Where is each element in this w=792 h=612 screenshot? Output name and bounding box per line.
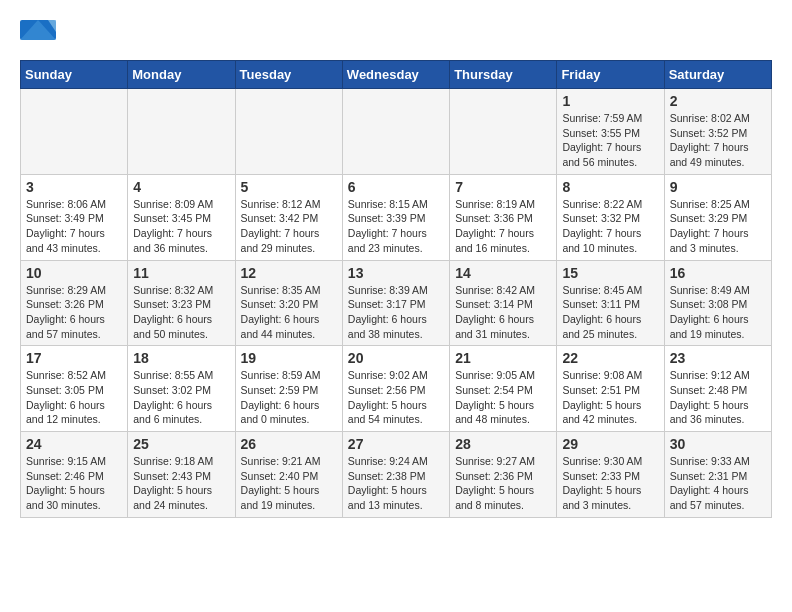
calendar-cell: 8Sunrise: 8:22 AM Sunset: 3:32 PM Daylig… bbox=[557, 174, 664, 260]
day-info: Sunrise: 9:18 AM Sunset: 2:43 PM Dayligh… bbox=[133, 454, 229, 513]
day-number: 1 bbox=[562, 93, 658, 109]
day-info: Sunrise: 9:08 AM Sunset: 2:51 PM Dayligh… bbox=[562, 368, 658, 427]
day-info: Sunrise: 9:21 AM Sunset: 2:40 PM Dayligh… bbox=[241, 454, 337, 513]
day-info: Sunrise: 8:09 AM Sunset: 3:45 PM Dayligh… bbox=[133, 197, 229, 256]
calendar-cell: 25Sunrise: 9:18 AM Sunset: 2:43 PM Dayli… bbox=[128, 432, 235, 518]
header-row: SundayMondayTuesdayWednesdayThursdayFrid… bbox=[21, 61, 772, 89]
day-number: 14 bbox=[455, 265, 551, 281]
day-number: 16 bbox=[670, 265, 766, 281]
day-info: Sunrise: 9:27 AM Sunset: 2:36 PM Dayligh… bbox=[455, 454, 551, 513]
day-info: Sunrise: 8:12 AM Sunset: 3:42 PM Dayligh… bbox=[241, 197, 337, 256]
calendar-cell: 6Sunrise: 8:15 AM Sunset: 3:39 PM Daylig… bbox=[342, 174, 449, 260]
calendar-cell bbox=[450, 89, 557, 175]
day-info: Sunrise: 9:02 AM Sunset: 2:56 PM Dayligh… bbox=[348, 368, 444, 427]
calendar-cell: 22Sunrise: 9:08 AM Sunset: 2:51 PM Dayli… bbox=[557, 346, 664, 432]
calendar-cell: 9Sunrise: 8:25 AM Sunset: 3:29 PM Daylig… bbox=[664, 174, 771, 260]
day-info: Sunrise: 8:15 AM Sunset: 3:39 PM Dayligh… bbox=[348, 197, 444, 256]
day-number: 15 bbox=[562, 265, 658, 281]
day-info: Sunrise: 8:59 AM Sunset: 2:59 PM Dayligh… bbox=[241, 368, 337, 427]
day-info: Sunrise: 9:33 AM Sunset: 2:31 PM Dayligh… bbox=[670, 454, 766, 513]
calendar-cell: 20Sunrise: 9:02 AM Sunset: 2:56 PM Dayli… bbox=[342, 346, 449, 432]
day-number: 9 bbox=[670, 179, 766, 195]
calendar-cell: 2Sunrise: 8:02 AM Sunset: 3:52 PM Daylig… bbox=[664, 89, 771, 175]
day-info: Sunrise: 8:19 AM Sunset: 3:36 PM Dayligh… bbox=[455, 197, 551, 256]
calendar-cell: 7Sunrise: 8:19 AM Sunset: 3:36 PM Daylig… bbox=[450, 174, 557, 260]
calendar-cell: 12Sunrise: 8:35 AM Sunset: 3:20 PM Dayli… bbox=[235, 260, 342, 346]
day-info: Sunrise: 9:24 AM Sunset: 2:38 PM Dayligh… bbox=[348, 454, 444, 513]
day-number: 21 bbox=[455, 350, 551, 366]
day-number: 26 bbox=[241, 436, 337, 452]
logo bbox=[20, 20, 60, 50]
day-number: 28 bbox=[455, 436, 551, 452]
calendar-cell: 5Sunrise: 8:12 AM Sunset: 3:42 PM Daylig… bbox=[235, 174, 342, 260]
day-number: 29 bbox=[562, 436, 658, 452]
day-number: 12 bbox=[241, 265, 337, 281]
calendar-cell: 29Sunrise: 9:30 AM Sunset: 2:33 PM Dayli… bbox=[557, 432, 664, 518]
calendar-cell: 18Sunrise: 8:55 AM Sunset: 3:02 PM Dayli… bbox=[128, 346, 235, 432]
calendar-cell: 26Sunrise: 9:21 AM Sunset: 2:40 PM Dayli… bbox=[235, 432, 342, 518]
day-number: 30 bbox=[670, 436, 766, 452]
day-number: 3 bbox=[26, 179, 122, 195]
day-number: 13 bbox=[348, 265, 444, 281]
day-number: 10 bbox=[26, 265, 122, 281]
week-row-3: 10Sunrise: 8:29 AM Sunset: 3:26 PM Dayli… bbox=[21, 260, 772, 346]
day-info: Sunrise: 9:15 AM Sunset: 2:46 PM Dayligh… bbox=[26, 454, 122, 513]
day-header-monday: Monday bbox=[128, 61, 235, 89]
day-header-sunday: Sunday bbox=[21, 61, 128, 89]
calendar-cell: 15Sunrise: 8:45 AM Sunset: 3:11 PM Dayli… bbox=[557, 260, 664, 346]
day-info: Sunrise: 9:30 AM Sunset: 2:33 PM Dayligh… bbox=[562, 454, 658, 513]
day-info: Sunrise: 8:29 AM Sunset: 3:26 PM Dayligh… bbox=[26, 283, 122, 342]
logo-icon bbox=[20, 20, 56, 50]
day-info: Sunrise: 8:55 AM Sunset: 3:02 PM Dayligh… bbox=[133, 368, 229, 427]
day-number: 17 bbox=[26, 350, 122, 366]
calendar-cell: 27Sunrise: 9:24 AM Sunset: 2:38 PM Dayli… bbox=[342, 432, 449, 518]
day-number: 2 bbox=[670, 93, 766, 109]
day-header-tuesday: Tuesday bbox=[235, 61, 342, 89]
day-number: 5 bbox=[241, 179, 337, 195]
day-info: Sunrise: 8:42 AM Sunset: 3:14 PM Dayligh… bbox=[455, 283, 551, 342]
calendar-cell: 28Sunrise: 9:27 AM Sunset: 2:36 PM Dayli… bbox=[450, 432, 557, 518]
day-number: 4 bbox=[133, 179, 229, 195]
day-info: Sunrise: 8:35 AM Sunset: 3:20 PM Dayligh… bbox=[241, 283, 337, 342]
day-number: 27 bbox=[348, 436, 444, 452]
day-info: Sunrise: 8:52 AM Sunset: 3:05 PM Dayligh… bbox=[26, 368, 122, 427]
day-info: Sunrise: 8:06 AM Sunset: 3:49 PM Dayligh… bbox=[26, 197, 122, 256]
week-row-4: 17Sunrise: 8:52 AM Sunset: 3:05 PM Dayli… bbox=[21, 346, 772, 432]
calendar-cell: 24Sunrise: 9:15 AM Sunset: 2:46 PM Dayli… bbox=[21, 432, 128, 518]
header bbox=[20, 20, 772, 50]
calendar-cell bbox=[128, 89, 235, 175]
calendar-table: SundayMondayTuesdayWednesdayThursdayFrid… bbox=[20, 60, 772, 518]
calendar-cell: 11Sunrise: 8:32 AM Sunset: 3:23 PM Dayli… bbox=[128, 260, 235, 346]
day-info: Sunrise: 9:05 AM Sunset: 2:54 PM Dayligh… bbox=[455, 368, 551, 427]
day-number: 20 bbox=[348, 350, 444, 366]
calendar-cell: 21Sunrise: 9:05 AM Sunset: 2:54 PM Dayli… bbox=[450, 346, 557, 432]
day-number: 18 bbox=[133, 350, 229, 366]
day-header-wednesday: Wednesday bbox=[342, 61, 449, 89]
day-number: 23 bbox=[670, 350, 766, 366]
calendar-cell bbox=[342, 89, 449, 175]
day-number: 11 bbox=[133, 265, 229, 281]
calendar-cell: 19Sunrise: 8:59 AM Sunset: 2:59 PM Dayli… bbox=[235, 346, 342, 432]
calendar-cell: 23Sunrise: 9:12 AM Sunset: 2:48 PM Dayli… bbox=[664, 346, 771, 432]
day-info: Sunrise: 9:12 AM Sunset: 2:48 PM Dayligh… bbox=[670, 368, 766, 427]
week-row-2: 3Sunrise: 8:06 AM Sunset: 3:49 PM Daylig… bbox=[21, 174, 772, 260]
calendar-cell: 1Sunrise: 7:59 AM Sunset: 3:55 PM Daylig… bbox=[557, 89, 664, 175]
day-header-friday: Friday bbox=[557, 61, 664, 89]
day-info: Sunrise: 8:25 AM Sunset: 3:29 PM Dayligh… bbox=[670, 197, 766, 256]
day-info: Sunrise: 8:49 AM Sunset: 3:08 PM Dayligh… bbox=[670, 283, 766, 342]
week-row-5: 24Sunrise: 9:15 AM Sunset: 2:46 PM Dayli… bbox=[21, 432, 772, 518]
calendar-cell: 17Sunrise: 8:52 AM Sunset: 3:05 PM Dayli… bbox=[21, 346, 128, 432]
day-info: Sunrise: 8:45 AM Sunset: 3:11 PM Dayligh… bbox=[562, 283, 658, 342]
day-number: 19 bbox=[241, 350, 337, 366]
day-header-saturday: Saturday bbox=[664, 61, 771, 89]
day-info: Sunrise: 7:59 AM Sunset: 3:55 PM Dayligh… bbox=[562, 111, 658, 170]
calendar-cell: 4Sunrise: 8:09 AM Sunset: 3:45 PM Daylig… bbox=[128, 174, 235, 260]
day-number: 24 bbox=[26, 436, 122, 452]
calendar-cell: 3Sunrise: 8:06 AM Sunset: 3:49 PM Daylig… bbox=[21, 174, 128, 260]
calendar-cell bbox=[21, 89, 128, 175]
day-header-thursday: Thursday bbox=[450, 61, 557, 89]
day-info: Sunrise: 8:39 AM Sunset: 3:17 PM Dayligh… bbox=[348, 283, 444, 342]
day-info: Sunrise: 8:22 AM Sunset: 3:32 PM Dayligh… bbox=[562, 197, 658, 256]
day-number: 25 bbox=[133, 436, 229, 452]
calendar-cell bbox=[235, 89, 342, 175]
